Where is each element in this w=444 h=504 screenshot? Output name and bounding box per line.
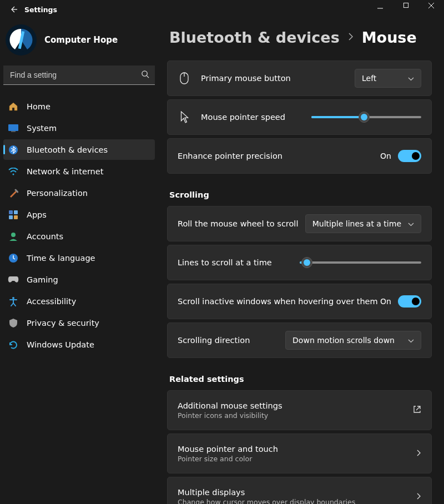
sidebar-item-label: Network & internet [27,167,103,176]
chevron-down-icon [408,74,414,83]
section-header-scrolling: Scrolling [169,190,432,199]
profile-name: Computer Hope [44,35,118,45]
sidebar-item-accessibility[interactable]: Accessibility [3,291,155,311]
external-link-icon [413,405,421,415]
sidebar: Computer Hope Home System Bluetooth & de… [0,19,158,504]
gamepad-icon [8,274,19,285]
sidebar-item-label: Apps [27,210,47,219]
sidebar-item-gaming[interactable]: Gaming [3,269,155,290]
sidebar-item-time-language[interactable]: Time & language [3,248,155,268]
card-scroll-inactive: Scroll inactive windows when hovering ov… [167,284,432,319]
related-title: Multiple displays [178,488,416,497]
roll-wheel-dropdown[interactable]: Multiple lines at a time [305,214,421,233]
svg-rect-8 [9,210,13,214]
card-roll-wheel: Roll the mouse wheel to scroll Multiple … [167,206,432,241]
search-input[interactable] [3,65,155,84]
dropdown-value: Left [362,74,376,83]
svg-point-12 [11,233,16,237]
clock-icon [8,253,19,264]
close-button[interactable] [418,0,444,19]
system-icon [8,123,19,134]
accessibility-icon [8,296,19,307]
sidebar-item-label: Time & language [27,254,95,263]
primary-button-dropdown[interactable]: Left [355,69,421,88]
dropdown-value: Multiple lines at a time [312,219,401,228]
related-title: Additional mouse settings [178,401,413,410]
card-scroll-direction: Scrolling direction Down motion scrolls … [167,322,432,358]
sidebar-item-bluetooth-devices[interactable]: Bluetooth & devices [3,139,155,160]
paintbrush-icon [8,188,19,199]
breadcrumb: Bluetooth & devices Mouse [167,29,432,46]
profile[interactable]: Computer Hope [3,24,155,65]
breadcrumb-current: Mouse [362,29,417,46]
back-button[interactable] [8,4,19,15]
related-subtitle: Pointer icons and visibility [178,411,413,420]
bluetooth-icon [8,144,19,155]
window-title: Settings [24,6,57,14]
svg-rect-0 [403,3,408,7]
related-mouse-pointer-touch[interactable]: Mouse pointer and touch Pointer size and… [167,434,432,473]
lines-to-scroll-slider[interactable] [300,261,422,264]
svg-rect-9 [14,210,18,214]
chevron-down-icon [408,219,414,228]
sidebar-item-personalization[interactable]: Personalization [3,183,155,203]
setting-label: Primary mouse button [201,74,355,83]
sidebar-item-network[interactable]: Network & internet [3,161,155,182]
svg-rect-4 [8,124,18,131]
setting-label: Scrolling direction [178,336,285,345]
update-icon [8,339,19,350]
card-pointer-speed: Mouse pointer speed [167,99,432,135]
sidebar-item-label: Personalization [27,189,88,198]
related-subtitle: Pointer size and color [178,455,416,463]
apps-icon [8,209,19,220]
card-primary-mouse-button: Primary mouse button Left [167,61,432,96]
sidebar-item-accounts[interactable]: Accounts [3,226,155,246]
sidebar-item-label: Gaming [27,275,58,284]
toggle-state-label: On [380,152,391,160]
cursor-icon [178,111,191,123]
breadcrumb-parent[interactable]: Bluetooth & devices [169,29,340,46]
sidebar-item-windows-update[interactable]: Windows Update [3,334,155,355]
svg-point-14 [12,297,14,299]
chevron-right-icon [416,492,421,502]
setting-label: Roll the mouse wheel to scroll [178,219,305,228]
scroll-direction-dropdown[interactable]: Down motion scrolls down [285,331,421,350]
toggle-state-label: On [380,297,391,306]
related-subtitle: Change how cursor moves over display bou… [178,498,416,505]
home-icon [8,101,19,112]
setting-label: Scroll inactive windows when hovering ov… [178,297,380,306]
svg-rect-10 [9,215,13,219]
related-title: Mouse pointer and touch [178,445,416,453]
svg-point-3 [142,71,147,76]
card-enhance-precision: Enhance pointer precision On [167,138,432,174]
pointer-speed-slider[interactable] [311,116,422,118]
slider-thumb[interactable] [359,112,370,123]
minimize-button[interactable] [367,0,393,19]
wifi-icon [8,166,19,177]
sidebar-item-home[interactable]: Home [3,96,155,117]
slider-thumb[interactable] [301,257,312,268]
svg-point-7 [13,173,14,175]
svg-rect-5 [11,131,16,132]
nav: Home System Bluetooth & devices Network … [3,96,155,355]
section-header-related: Related settings [169,375,432,384]
sidebar-item-label: Home [27,102,51,111]
svg-rect-11 [14,215,18,219]
maximize-button[interactable] [393,0,418,19]
sidebar-item-apps[interactable]: Apps [3,204,155,225]
sidebar-item-privacy[interactable]: Privacy & security [3,313,155,333]
enhance-precision-toggle[interactable] [398,150,421,162]
scroll-inactive-toggle[interactable] [398,295,421,308]
person-icon [8,231,19,242]
dropdown-value: Down motion scrolls down [292,336,395,345]
related-additional-mouse-settings[interactable]: Additional mouse settings Pointer icons … [167,390,432,430]
related-multiple-displays[interactable]: Multiple displays Change how cursor move… [167,477,432,504]
avatar [6,24,37,56]
sidebar-item-system[interactable]: System [3,118,155,138]
sidebar-item-label: System [27,124,57,133]
setting-label: Lines to scroll at a time [178,258,300,267]
shield-icon [8,317,19,329]
search-box[interactable] [3,65,155,85]
sidebar-item-label: Accounts [27,232,63,241]
titlebar: Settings [0,0,444,19]
